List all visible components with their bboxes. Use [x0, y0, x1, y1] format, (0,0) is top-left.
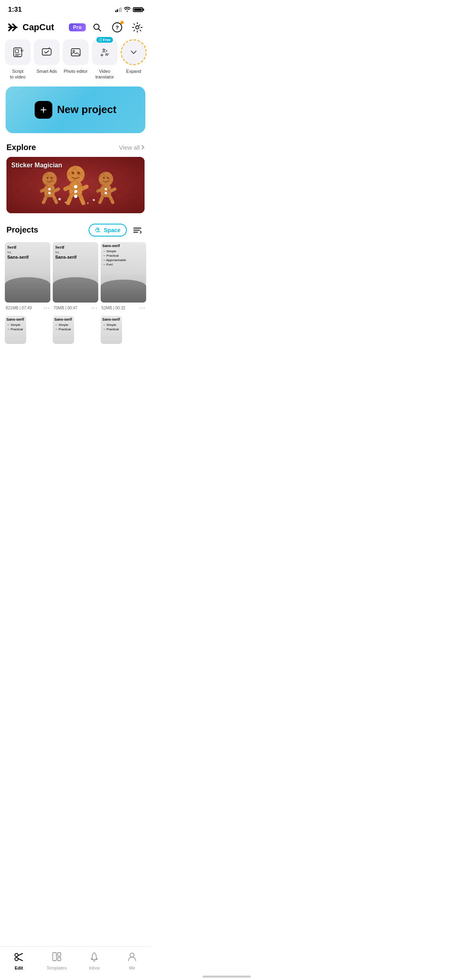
tool-label-translator: Videotranslator [95, 68, 114, 80]
photo-editor-icon [70, 46, 82, 58]
status-bar: 1:31 [0, 0, 151, 17]
sort-button[interactable] [130, 223, 145, 237]
svg-point-5 [136, 26, 139, 29]
cloud-upload-icon [95, 227, 101, 233]
project-meta-3: 52MB | 00:32 [101, 306, 125, 310]
projects-header: Projects Space [0, 223, 151, 242]
space-button-label: Space [104, 227, 120, 233]
project-item-4[interactable]: Sans-serif → Simple → Practical [5, 316, 50, 344]
projects-grid: Serif vs. Sans-serif 821MB | 07:49 ⋯ Ser… [0, 242, 151, 344]
status-time: 1:31 [8, 6, 22, 14]
view-all-label: View all [119, 144, 140, 151]
chevron-right-icon [141, 145, 145, 150]
project-thumb-5: Sans-serif → Simple → Practical [53, 316, 74, 344]
signal-icon [115, 7, 122, 12]
chevron-down-icon [129, 48, 138, 57]
svg-rect-7 [15, 49, 19, 53]
tool-icon-box-translator: Free 文 ✦ [92, 39, 118, 65]
explore-card-sticker-magician[interactable]: Sticker Magician [6, 157, 145, 213]
battery-icon [133, 7, 143, 12]
tool-smart-ads[interactable]: Smart Ads [34, 39, 60, 80]
settings-button[interactable] [130, 20, 145, 35]
tool-script-to-video[interactable]: AI Scriptto video [5, 39, 31, 80]
tool-photo-editor[interactable]: Photo editor [63, 39, 89, 80]
project-item-5[interactable]: Sans-serif → Simple → Practical [53, 316, 98, 344]
project-item-1[interactable]: Serif vs. Sans-serif 821MB | 07:49 ⋯ [5, 242, 50, 314]
tool-label-expand: Expand [126, 68, 141, 74]
new-project-inner: + New project [35, 101, 116, 119]
header: CapCut Pro ? [0, 17, 151, 39]
settings-icon [132, 22, 143, 33]
project-meta-1: 821MB | 07:49 [6, 306, 32, 310]
project-info-1: 821MB | 07:49 ⋯ [5, 303, 50, 313]
project-more-1[interactable]: ⋯ [43, 304, 50, 312]
tool-icon-box-script: AI [5, 39, 31, 65]
svg-rect-12 [71, 49, 80, 56]
projects-header-right: Space [89, 223, 145, 237]
free-badge: Free [96, 37, 113, 43]
tool-video-translator[interactable]: Free 文 ✦ Videotranslator [92, 39, 118, 80]
tool-label-smart-ads: Smart Ads [37, 68, 57, 74]
new-project-banner[interactable]: + New project [6, 86, 145, 133]
project-item-3[interactable]: Sans-serif → Simple → Practical → Approa… [101, 242, 146, 314]
script-to-video-icon: AI [12, 46, 24, 58]
new-project-label: New project [57, 103, 116, 116]
svg-text:?: ? [116, 25, 119, 31]
expand-circle [121, 39, 147, 65]
explore-title: Explore [6, 143, 36, 152]
project-item-6[interactable]: Sans-serif → Simple → Practical [101, 316, 146, 344]
project-meta-2: 70MB | 00:47 [54, 306, 77, 310]
tool-icon-box-smart-ads [34, 39, 60, 65]
capcut-logo-icon [6, 21, 19, 34]
project-more-2[interactable]: ⋯ [91, 304, 97, 312]
new-project-plus-icon: + [35, 101, 52, 119]
tool-icon-box-photo [63, 39, 89, 65]
notification-dot [120, 21, 124, 24]
project-thumb-3: Sans-serif → Simple → Practical → Approa… [101, 242, 146, 303]
space-button[interactable]: Space [89, 224, 127, 237]
search-icon [92, 23, 102, 32]
tool-label-script: Scriptto video [10, 68, 26, 80]
project-thumb-2: Serif vs. Sans-serif [53, 242, 98, 303]
tool-expand[interactable]: Expand [121, 39, 147, 80]
tools-row: AI Scriptto video Smart Ads Photo ed [0, 39, 151, 80]
explore-header: Explore View all [0, 143, 151, 157]
svg-point-13 [73, 50, 74, 52]
sort-icon [133, 226, 142, 235]
logo: CapCut [6, 21, 65, 34]
project-thumb-6: Sans-serif → Simple → Practical [101, 316, 122, 344]
pro-badge[interactable]: Pro [69, 23, 86, 31]
video-translator-icon: 文 ✦ [99, 46, 111, 58]
project-thumb-1: Serif vs. Sans-serif [5, 242, 50, 303]
tool-label-photo: Photo editor [64, 68, 87, 74]
app-name: CapCut [23, 22, 54, 33]
projects-title: Projects [6, 225, 38, 235]
project-info-2: 70MB | 00:47 ⋯ [53, 303, 98, 313]
explore-card-label: Sticker Magician [11, 162, 62, 169]
smart-ads-icon [41, 46, 53, 58]
help-button[interactable]: ? [110, 20, 124, 35]
project-info-3: 52MB | 00:32 ⋯ [101, 303, 146, 313]
search-button[interactable] [90, 20, 104, 35]
project-item-2[interactable]: Serif vs. Sans-serif 70MB | 00:47 ⋯ [53, 242, 98, 314]
status-icons [115, 7, 143, 13]
svg-rect-11 [42, 49, 51, 55]
project-more-3[interactable]: ⋯ [139, 304, 145, 312]
header-icons: ? [90, 20, 145, 35]
wifi-icon [124, 7, 130, 13]
project-thumb-4: Sans-serif → Simple → Practical [5, 316, 26, 344]
view-all-button[interactable]: View all [119, 144, 145, 151]
svg-text:AI: AI [21, 49, 23, 52]
